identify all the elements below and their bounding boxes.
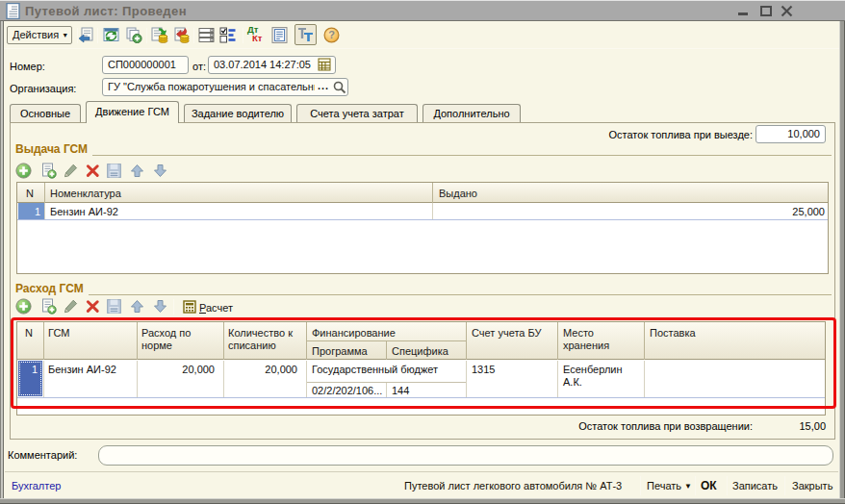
- svg-text:?: ?: [328, 29, 335, 40]
